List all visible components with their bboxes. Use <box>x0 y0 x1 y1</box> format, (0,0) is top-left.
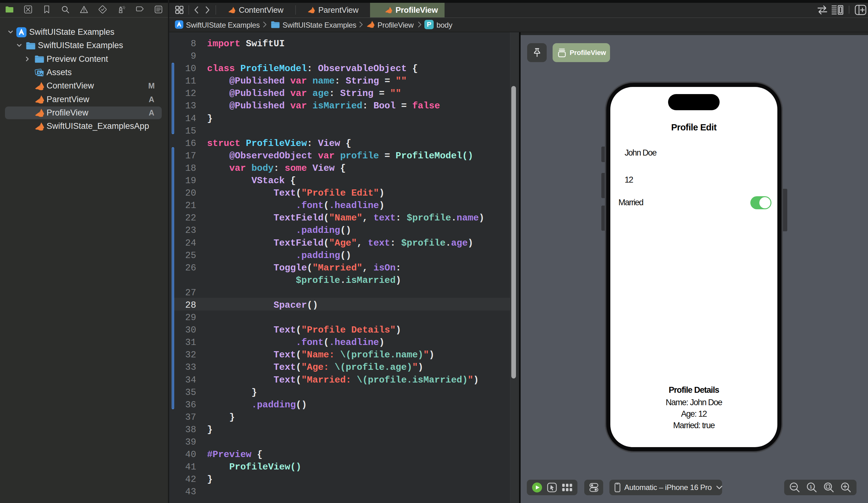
svg-text:1: 1 <box>810 484 812 489</box>
